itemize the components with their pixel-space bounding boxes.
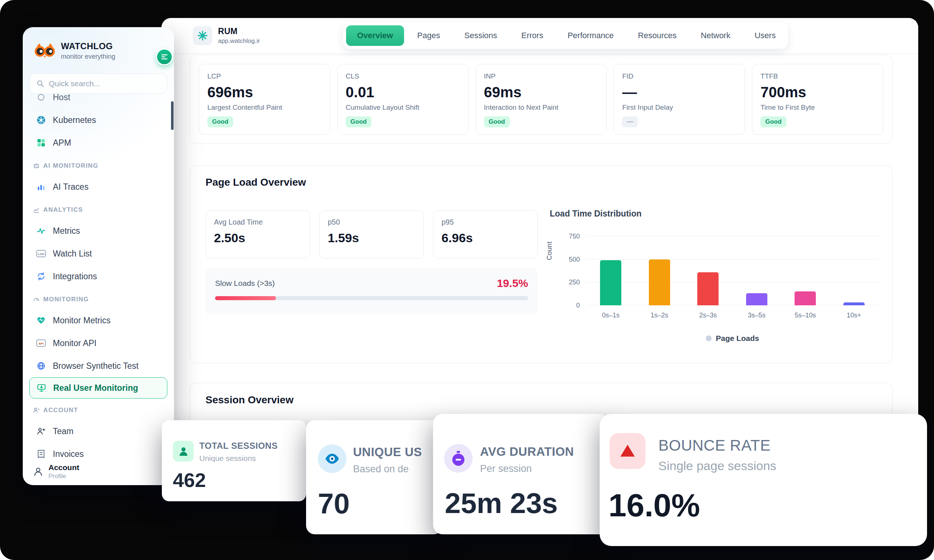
sidebar-item-team[interactable]: Team	[29, 420, 167, 443]
brand-block: WATCHLOG monitor everything	[34, 41, 115, 60]
sidebar-item-label: Metrics	[53, 226, 80, 236]
sidebar-item-invoices[interactable]: Invoices	[29, 443, 167, 465]
page-title: RUM	[218, 26, 260, 36]
sidebar-item-label: Kubernetes	[53, 115, 96, 125]
status-badge: Good	[484, 116, 510, 127]
vital-desc: Interaction to Next Paint	[484, 103, 599, 112]
vital-desc: Time to First Byte	[760, 103, 875, 112]
topbar: RUM app.watchlog.ir Overview Pages Sessi…	[162, 18, 918, 53]
x-tick-label: 3s–5s	[748, 312, 766, 319]
eye-icon	[318, 445, 346, 473]
page-load-overview-card: Page Load Overview Avg Load Time 2.50s p…	[190, 165, 892, 363]
avg-duration-card: AVG DURATION Per session 25m 23s	[433, 414, 609, 534]
tab-network[interactable]: Network	[690, 25, 742, 46]
legend-label: Page Loads	[716, 334, 759, 343]
x-tick-label: 10s+	[847, 312, 861, 319]
user-icon	[33, 466, 43, 477]
vital-value: 69ms	[484, 84, 599, 100]
chart-slot: 5s–10s	[781, 236, 830, 305]
sidebar-scrollbar[interactable]	[171, 101, 174, 130]
sidebar-item-kubernetes[interactable]: Kubernetes	[29, 109, 167, 131]
sidebar-item-browser-synthetic-test[interactable]: Browser Synthetic Test	[29, 354, 167, 377]
stat-value: 6.96s	[442, 231, 529, 245]
sidebar-item-integrations[interactable]: Integrations	[29, 265, 167, 288]
stat-value: 70	[318, 487, 350, 520]
app-subtitle: app.watchlog.ir	[218, 37, 260, 45]
sidebar-item-apm[interactable]: APM	[29, 131, 167, 154]
tab-overview[interactable]: Overview	[346, 25, 404, 46]
stat-label: UNIQUE US	[353, 445, 422, 459]
chart-title: Load Time Distribution	[550, 209, 891, 219]
stat-p50: p50 1.59s	[319, 210, 424, 258]
sidebar-item-host[interactable]: Host	[29, 86, 167, 109]
stat-value: 1.59s	[328, 231, 415, 245]
stat-p95: p95 6.96s	[433, 210, 538, 258]
bar-3s–5s	[746, 293, 767, 305]
sidebar: WATCHLOG monitor everything Host	[23, 27, 174, 485]
sidebar-item-metrics[interactable]: Metrics	[29, 220, 167, 242]
real-user-monitoring-icon	[35, 383, 47, 392]
metrics-icon	[35, 226, 47, 235]
chart-plot: 02505007500s–1s1s–2s2s–3s3s–5s5s–10s10s+	[586, 236, 878, 305]
vital-value: 700ms	[760, 84, 875, 100]
chart-slot: 0s–1s	[586, 236, 635, 305]
section-analytics: ANALYTICS	[29, 200, 167, 220]
vital-desc: Largest Contentful Paint	[207, 103, 322, 112]
tab-bar: Overview Pages Sessions Errors Performan…	[343, 22, 788, 49]
y-tick-label: 750	[569, 233, 580, 240]
tab-performance[interactable]: Performance	[556, 25, 625, 46]
tab-errors[interactable]: Errors	[511, 25, 554, 46]
legend-dot	[706, 335, 712, 341]
vital-label: FID	[622, 72, 737, 80]
x-tick-label: 5s–10s	[794, 312, 816, 319]
monitor-metrics-icon	[35, 316, 47, 325]
analytics-icon	[33, 207, 40, 213]
bar-10s+	[843, 302, 865, 305]
slow-loads-value: 19.5%	[497, 277, 528, 289]
vital-label: LCP	[207, 72, 322, 80]
account-name: Account	[48, 463, 79, 472]
sidebar-item-real-user-monitoring[interactable]: Real User Monitoring	[29, 377, 167, 398]
sidebar-item-ai-traces[interactable]: AI Traces	[29, 175, 167, 198]
account-profile[interactable]: Account Profile	[33, 463, 79, 480]
chart-slot: 2s–3s	[684, 236, 732, 305]
chart-legend: Page Loads	[586, 334, 878, 343]
tab-pages[interactable]: Pages	[406, 25, 451, 46]
stat-sublabel: Based on de	[353, 463, 409, 475]
kubernetes-icon	[35, 115, 47, 125]
app-window: RUM app.watchlog.ir Overview Pages Sessi…	[0, 0, 934, 560]
y-tick-label: 250	[569, 278, 580, 286]
stat-value: 25m 23s	[445, 487, 558, 520]
collapse-icon	[160, 53, 168, 61]
sidebar-collapse-button[interactable]	[156, 48, 173, 65]
section-title: ACCOUNT	[43, 407, 78, 414]
sidebar-item-label: Watch List	[53, 249, 92, 259]
status-badge: Good	[760, 116, 786, 127]
tab-resources[interactable]: Resources	[627, 25, 687, 46]
sidebar-item-label: APM	[53, 138, 71, 148]
sidebar-item-monitor-metrics[interactable]: Monitor Metrics	[29, 309, 167, 332]
tab-users[interactable]: Users	[743, 25, 786, 46]
stat-label: TOTAL SESSIONS	[199, 441, 278, 451]
slow-loads-fill	[215, 296, 276, 300]
x-tick-label: 0s–1s	[602, 312, 620, 319]
monitoring-icon	[33, 296, 40, 303]
tab-sessions[interactable]: Sessions	[453, 25, 508, 46]
ai-traces-icon	[35, 182, 47, 191]
status-badge: Good	[207, 116, 233, 127]
monitor-api-icon: API	[35, 340, 47, 347]
sidebar-item-watch-list[interactable]: LOG Watch List	[29, 242, 167, 265]
card-title: Page Load Overview	[206, 177, 306, 188]
user-icon	[173, 441, 194, 462]
stat-avg-load-time: Avg Load Time 2.50s	[206, 210, 310, 258]
globe-icon	[35, 362, 47, 370]
vital-desc: Cumulative Layout Shift	[346, 103, 460, 112]
section-title: ANALYTICS	[43, 206, 83, 214]
y-tick-label: 500	[569, 255, 580, 263]
vital-card-ttfb: TTFB 700ms Time to First Byte Good	[752, 64, 883, 135]
owl-logo-icon	[34, 43, 56, 60]
section-account: ACCOUNT	[29, 401, 167, 420]
sidebar-item-monitor-api[interactable]: API Monitor API	[29, 332, 167, 354]
sidebar-nav: Host Kubernetes APM AI MONITORING	[29, 96, 167, 465]
vital-value: 696ms	[207, 84, 322, 100]
